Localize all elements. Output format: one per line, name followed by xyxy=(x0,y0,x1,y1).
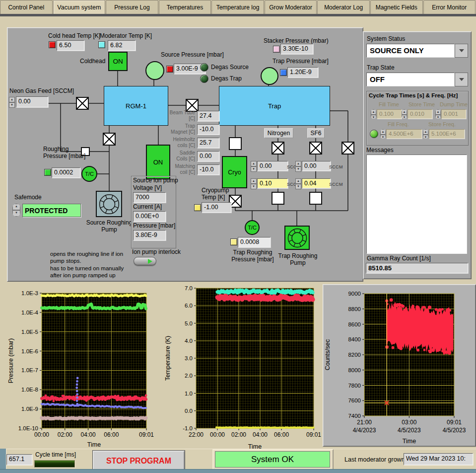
rgm-roughing-valve[interactable] xyxy=(103,133,116,146)
tab-grow-moderator[interactable]: Grow Moderator xyxy=(265,0,317,14)
degas-trap-led[interactable] xyxy=(200,75,208,83)
temperature-history-chart: 7.06.05.04.03.02.01.00.0-1.022:0000:0002… xyxy=(164,282,322,451)
n2-flow-setpoint[interactable]: 0.10 xyxy=(257,178,288,188)
sf6-flow-meas[interactable]: 0.00 xyxy=(302,161,331,171)
cryo-inlet-valve[interactable] xyxy=(229,137,242,150)
safemode-stepper[interactable]: ▲▼ xyxy=(12,204,20,217)
sf6-valve[interactable] xyxy=(309,142,322,155)
nitrogen-line-valve[interactable] xyxy=(272,192,284,205)
trap-roughing-pressure-label: Trap Roughing Pressure [mbar] xyxy=(225,249,280,263)
moderator-temp-value: 6.82 xyxy=(108,40,136,51)
tick-label: 1.0E-6 xyxy=(21,348,38,354)
dump-time-stepper[interactable]: ▲▼ xyxy=(435,109,441,119)
pump-icon xyxy=(98,193,121,216)
beam-tube-label: Beam Tube [C] xyxy=(169,110,195,121)
tick-label: 00:00 xyxy=(210,431,225,438)
tick-label: 4.0 xyxy=(185,338,193,344)
tick-label: 6.0 xyxy=(185,303,193,309)
trap-pressure-label: Trap Pressure [mbar] xyxy=(272,58,329,65)
trap-roughing-pump[interactable] xyxy=(284,226,310,250)
saddle-coils-label: Saddle Coils [C] xyxy=(169,150,195,161)
matching-coil-value: -10.0 xyxy=(197,164,219,175)
fill-time-label: Fill Time xyxy=(379,101,399,108)
roughing-pressure-label: Roughing Pressure [mbar] xyxy=(43,146,88,160)
tab-vacuum-system[interactable]: Vacuum system xyxy=(53,0,106,14)
tab-moderator-log[interactable]: Moderator Log xyxy=(317,0,370,14)
neon-feed-valve[interactable] xyxy=(76,97,89,110)
dropdown-arrow-icon[interactable] xyxy=(455,44,468,58)
gamma-count-chart: 90008800860084008200800078007600740021:0… xyxy=(323,284,475,446)
tick-label: Time xyxy=(87,441,101,448)
neon-gas-feed-value[interactable]: 0.00 xyxy=(16,96,48,107)
coldhead-on-button[interactable]: ON xyxy=(108,52,128,71)
tab-temperature-log[interactable]: Temperature log xyxy=(211,0,264,14)
nitrogen-valve[interactable] xyxy=(272,142,284,155)
trap-state-value[interactable]: OFF xyxy=(366,73,455,86)
tab-error-monitor[interactable]: Error Monitor xyxy=(423,0,476,14)
trap-vent-valve[interactable] xyxy=(341,142,354,155)
ion-pump-voltage-value: 7000 xyxy=(133,192,166,203)
source-ion-gauge xyxy=(145,61,164,80)
pressure-history-chart: 1.0E-31.0E-41.0E-51.0E-61.0E-71.0E-81.0E… xyxy=(5,284,164,449)
y-axis-label: Pressure (mbar) xyxy=(7,338,14,383)
tick-label: 09:01 xyxy=(306,431,321,438)
n2-flow-meas-stepper[interactable]: ▲▼ xyxy=(251,161,257,171)
trap-state-dropdown[interactable]: OFF xyxy=(366,73,468,86)
tab-control-panel[interactable]: Control Panel xyxy=(0,0,53,14)
tick-label: 8000 xyxy=(348,367,361,373)
messages-box[interactable] xyxy=(366,155,467,254)
cryopump-temp-value: -1.00 xyxy=(202,202,231,213)
cycle-time-bar xyxy=(34,460,75,468)
system-ok-indicator: System OK xyxy=(215,451,330,468)
source-ion-pump[interactable]: ON xyxy=(146,145,170,179)
ion-pump-voltage-label: Voltage [V] xyxy=(133,185,162,192)
fill-freq-stepper[interactable]: ▲▼ xyxy=(380,129,386,139)
tick-label: 1.0E-9 xyxy=(21,406,38,412)
trap-tc-gauge: T/C xyxy=(245,220,260,235)
n2-flow-set-stepper[interactable]: ▲▼ xyxy=(251,178,257,188)
neon-gas-feed-stepper[interactable]: ▲▼ xyxy=(9,97,15,108)
store-freq-value[interactable]: 5.100E+6 xyxy=(429,129,465,139)
nitrogen-button[interactable]: Nitrogen xyxy=(264,128,293,138)
source-pressure-label: Source Pressure [mbar] xyxy=(161,52,224,59)
cryopump-temp-led xyxy=(194,204,201,211)
system-status-dropdown[interactable]: SOURCE ONLY xyxy=(366,44,468,58)
saddle-coils-value: 0.00 xyxy=(197,151,219,161)
fill-freq-value[interactable]: 4.500E+6 xyxy=(386,129,422,139)
cycle-time-value: 657.1 xyxy=(6,454,32,465)
fill-time-value[interactable]: 0.100 xyxy=(377,109,402,119)
schematic-panel: Cold head Temp [K] 6.50 Moderator Temp [… xyxy=(7,27,363,282)
cryo-pump[interactable]: Cryo xyxy=(222,156,247,188)
store-freq-stepper[interactable]: ▲▼ xyxy=(423,129,428,139)
sf6-flow-set-stepper[interactable]: ▲▼ xyxy=(295,178,301,188)
stop-program-button[interactable]: STOP PROGRAM xyxy=(93,451,185,471)
fill-time-stepper[interactable]: ▲▼ xyxy=(371,109,376,119)
stacker-pressure-led xyxy=(273,46,280,53)
source-roughing-pump[interactable] xyxy=(96,191,122,217)
n2-flow-meas[interactable]: 0.00 xyxy=(257,161,288,171)
safemode-value[interactable]: PROTECTED xyxy=(22,204,81,217)
sf6-flow-meas-stepper[interactable]: ▲▼ xyxy=(295,161,301,171)
ion-pump-title: Source ion pump xyxy=(133,177,178,184)
sf6-button[interactable]: SF6 xyxy=(307,128,325,138)
sf6-flow-setpoint[interactable]: 0.04 xyxy=(302,178,331,188)
tab-pressure-log[interactable]: Pressure Log xyxy=(106,0,158,14)
tab-magnetic-fields[interactable]: Magnetic Fields xyxy=(370,0,423,14)
tab-temperatures[interactable]: Temperatures xyxy=(159,0,211,14)
tick-label: 21:00 xyxy=(357,419,372,426)
sccm-unit: SCCM xyxy=(329,164,343,169)
store-time-label: Store Time xyxy=(408,101,435,108)
degas-source-led[interactable] xyxy=(200,63,208,72)
tick-label: 09:01 xyxy=(139,431,154,438)
store-time-stepper[interactable]: ▲▼ xyxy=(402,109,407,119)
store-time-value[interactable]: 0.010 xyxy=(408,109,432,119)
system-status-value[interactable]: SOURCE ONLY xyxy=(366,44,455,58)
tick-label: 1.0E-3 xyxy=(21,290,38,296)
tick-label: 04:00 xyxy=(81,431,96,438)
dropdown-arrow-icon[interactable] xyxy=(455,73,468,86)
roughing-pressure-led xyxy=(44,169,51,176)
tick-label: 1.0E-4 xyxy=(21,310,38,315)
sf6-line-valve[interactable] xyxy=(309,192,322,205)
dump-time-value[interactable]: 0.001 xyxy=(441,109,466,119)
trap-roughing-pressure-led xyxy=(230,238,237,245)
